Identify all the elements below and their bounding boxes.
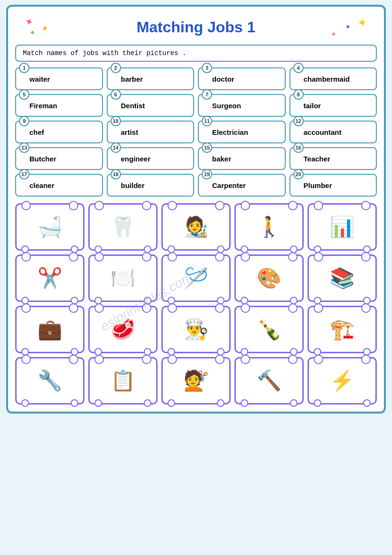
word-number: 20 — [293, 169, 304, 179]
picture-card-12: 🥩 — [88, 306, 158, 353]
word-number: 2 — [111, 63, 121, 73]
picture-emoji: 🎨 — [257, 268, 281, 288]
word-card-20: 20Plumber — [289, 174, 377, 197]
word-number: 3 — [202, 63, 212, 73]
word-card-13: 13Butcher — [15, 147, 103, 170]
picture-emoji: ✂️ — [37, 268, 62, 288]
page-title: Matching Jobs 1 — [15, 14, 377, 36]
word-card-9: 9chef — [15, 121, 103, 143]
word-label: engineer — [121, 155, 151, 163]
word-label: cleaner — [29, 181, 55, 189]
word-card-18: 18builder — [107, 174, 195, 197]
main-page: ✦ ✦ ✦ ✦ ✦ ✦ Matching Jobs 1 Match names … — [6, 5, 386, 414]
word-label: Carpenter — [212, 181, 246, 189]
word-card-12: 12accountant — [289, 121, 377, 143]
picture-card-13: 👨‍🍳 — [161, 306, 231, 353]
picture-card-17: 📋 — [88, 357, 158, 404]
word-label: Surgeon — [212, 102, 241, 110]
word-number: 5 — [19, 89, 29, 100]
word-card-17: 17cleaner — [15, 174, 103, 197]
picture-emoji: 🚶 — [257, 217, 281, 237]
pictures-grid: 🛁🦷🧑‍🎨🚶📊✂️🍽️🪡🎨📚💼🥩👨‍🍳🍾🏗️🔧📋💇🔨⚡ — [15, 203, 377, 404]
picture-emoji: 🔨 — [257, 371, 281, 391]
word-number: 4 — [293, 63, 304, 73]
picture-card-8: 🪡 — [161, 254, 231, 302]
word-label: builder — [121, 181, 145, 189]
word-label: chef — [29, 128, 44, 136]
instructions-text: Match names of jobs with their pictures … — [15, 45, 377, 62]
word-label: chambermaid — [304, 75, 350, 83]
word-number: 16 — [293, 142, 304, 153]
word-label: Fireman — [29, 102, 57, 110]
picture-card-18: 💇 — [161, 357, 231, 404]
word-label: Teacher — [304, 155, 330, 163]
picture-emoji: 📚 — [330, 268, 355, 288]
picture-emoji: 🪡 — [184, 268, 208, 288]
word-number: 14 — [111, 142, 121, 153]
picture-emoji: ⚡ — [330, 371, 355, 391]
word-card-6: 6Dentist — [107, 94, 195, 117]
word-number: 13 — [19, 142, 29, 153]
picture-card-9: 🎨 — [234, 254, 304, 302]
word-label: baker — [212, 155, 231, 163]
picture-emoji: 🍾 — [257, 320, 281, 339]
word-label: Butcher — [29, 155, 56, 163]
picture-emoji: 🥩 — [111, 320, 135, 339]
word-card-1: 1waiter — [15, 67, 103, 90]
picture-card-6: ✂️ — [15, 254, 84, 302]
picture-card-11: 💼 — [15, 306, 84, 353]
word-number: 18 — [111, 169, 121, 179]
word-card-15: 15baker — [198, 147, 286, 170]
word-number: 6 — [111, 89, 121, 100]
word-label: artist — [121, 128, 139, 136]
picture-emoji: 🏗️ — [330, 320, 355, 339]
word-card-16: 16Teacher — [289, 147, 377, 170]
word-number: 17 — [19, 169, 29, 179]
word-number: 10 — [111, 116, 121, 126]
picture-emoji: 👨‍🍳 — [184, 320, 208, 339]
words-grid: 1waiter2barber3doctor4chambermaid5Firema… — [15, 67, 377, 197]
word-number: 15 — [202, 142, 212, 153]
picture-card-7: 🍽️ — [88, 254, 158, 302]
word-card-19: 19Carpenter — [198, 174, 286, 197]
picture-emoji: 📋 — [111, 371, 135, 391]
word-label: barber — [121, 75, 143, 83]
picture-card-2: 🦷 — [88, 203, 158, 251]
word-number: 1 — [19, 63, 29, 73]
word-card-11: 11Electrician — [198, 121, 286, 143]
word-number: 9 — [19, 116, 29, 126]
word-label: accountant — [304, 128, 342, 136]
word-card-8: 8tailor — [289, 94, 377, 117]
picture-card-16: 🔧 — [15, 357, 84, 404]
picture-emoji: 🔧 — [37, 371, 62, 391]
word-card-2: 2barber — [107, 67, 195, 90]
picture-card-15: 🏗️ — [308, 306, 377, 353]
word-number: 19 — [202, 169, 212, 179]
picture-card-5: 📊 — [308, 203, 377, 251]
picture-emoji: 💼 — [37, 320, 62, 339]
picture-emoji: 🛁 — [37, 217, 62, 237]
word-label: tailor — [304, 102, 321, 110]
word-card-7: 7Surgeon — [198, 94, 286, 117]
word-label: Plumber — [304, 181, 332, 189]
picture-card-19: 🔨 — [234, 357, 304, 404]
picture-card-10: 📚 — [308, 254, 377, 302]
picture-emoji: 📊 — [330, 217, 355, 237]
word-label: waiter — [29, 75, 50, 83]
word-card-4: 4chambermaid — [289, 67, 377, 90]
picture-emoji: 🧑‍🎨 — [184, 217, 208, 237]
picture-card-4: 🚶 — [234, 203, 304, 251]
picture-emoji: 💇 — [184, 371, 208, 391]
word-label: Dentist — [121, 102, 145, 110]
word-card-3: 3doctor — [198, 67, 286, 90]
word-number: 7 — [202, 89, 212, 100]
word-label: Electrician — [212, 128, 248, 136]
title-area: ✦ ✦ ✦ ✦ ✦ ✦ Matching Jobs 1 — [15, 14, 377, 42]
word-label: doctor — [212, 75, 234, 83]
picture-card-3: 🧑‍🎨 — [161, 203, 231, 251]
word-number: 8 — [293, 89, 304, 100]
word-number: 12 — [293, 116, 304, 126]
picture-emoji: 🦷 — [111, 217, 135, 237]
picture-card-20: ⚡ — [308, 357, 377, 404]
picture-emoji: 🍽️ — [111, 268, 135, 288]
